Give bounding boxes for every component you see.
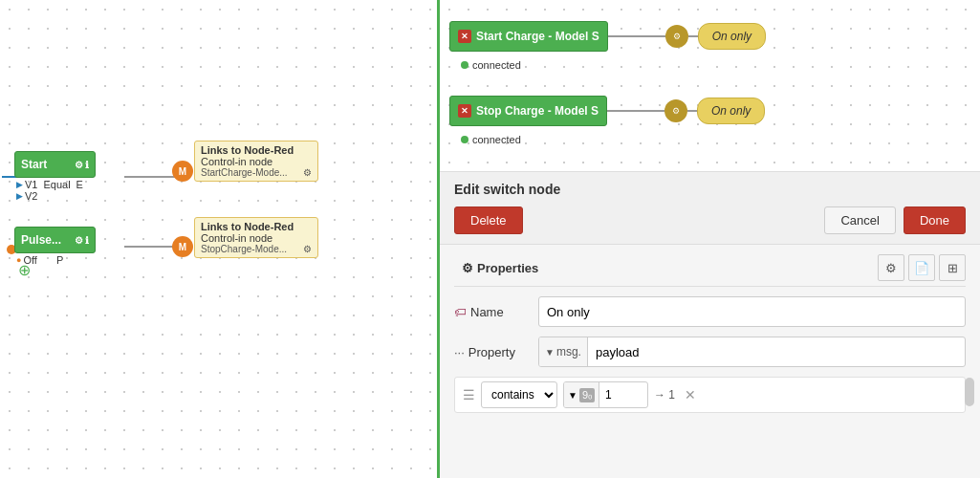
p-label: P	[56, 254, 63, 266]
rule-row-0: ☰ contains is is not matches ▼ 9₀ → 1 ✕	[454, 377, 966, 413]
right-panel: ✕ Start Charge - Model S ⚙ On only conne…	[440, 0, 980, 478]
v1-label: V1	[25, 179, 37, 190]
on-only-pill-stop[interactable]: On only	[697, 98, 765, 124]
links-stop-node[interactable]: Links to Node-Red Control-in node StopCh…	[194, 217, 318, 258]
properties-section: ⚙ Properties ⚙ 📄 ⊞ 🏷 Name ··· Property	[440, 245, 980, 428]
start-charge-label: Start Charge - Model S	[476, 30, 599, 43]
name-label: 🏷 Name	[454, 305, 531, 319]
property-prefix[interactable]: ▼ msg.	[539, 337, 588, 366]
dropdown-arrow: ▼	[545, 347, 555, 358]
x-icon-start: ✕	[458, 30, 471, 43]
rule-value-group: ▼ 9₀	[563, 381, 648, 408]
property-row: ··· Property ▼ msg.	[454, 337, 966, 367]
start-node[interactable]: Start ⚙ ℹ ▶ V1 Equal E ▶ V2	[14, 151, 96, 202]
pulse-node-label: Pulse...	[21, 233, 61, 247]
tab-gear-btn[interactable]: ⚙	[878, 254, 904, 281]
drag-handle-icon[interactable]: ☰	[463, 387, 475, 402]
done-button[interactable]: Done	[904, 206, 966, 234]
wire-3	[607, 110, 664, 112]
properties-tab[interactable]: ⚙ Properties	[454, 257, 546, 279]
edit-title: Edit switch node	[454, 182, 966, 197]
property-label: ··· Property	[454, 345, 531, 359]
properties-tab-label: Properties	[477, 261, 538, 275]
pulse-gear-icon[interactable]: ⚙	[75, 235, 83, 246]
start-charge-node[interactable]: ✕ Start Charge - Model S	[449, 21, 608, 52]
type-badge: 9₀	[579, 388, 595, 402]
connected-stop: connected	[461, 134, 521, 145]
wire-4	[687, 110, 697, 112]
add-port-icon[interactable]: ⊕	[18, 261, 31, 279]
name-label-text: Name	[470, 305, 504, 319]
tab-action-icons: ⚙ 📄 ⊞	[878, 254, 966, 281]
flow-preview: ✕ Start Charge - Model S ⚙ On only conne…	[440, 0, 980, 172]
connected-start-label: connected	[472, 59, 521, 71]
name-input[interactable]	[538, 296, 966, 327]
property-input[interactable]	[588, 341, 965, 363]
rule-type-select[interactable]: contains is is not matches	[481, 381, 557, 408]
edit-buttons: Delete Cancel Done	[454, 206, 966, 234]
cancel-button[interactable]: Cancel	[824, 206, 895, 234]
links-start-node[interactable]: Links to Node-Red Control-in node StartC…	[194, 141, 318, 182]
tab-doc-btn[interactable]: 📄	[908, 254, 935, 281]
stop-charge-label: Stop Charge - Model S	[476, 104, 599, 118]
gear-tab-icon: ⚙	[462, 261, 473, 275]
status-dot-stop	[461, 136, 468, 143]
name-row: 🏷 Name	[454, 296, 966, 327]
tab-grid-btn[interactable]: ⊞	[939, 254, 966, 281]
pulse-node[interactable]: Pulse... ⚙ ℹ ● Off P ⊕	[14, 227, 96, 266]
connector-start[interactable]: ⚙	[665, 25, 688, 48]
connected-stop-label: connected	[472, 134, 521, 145]
settings-dot[interactable]: ⚙	[303, 167, 312, 178]
e-label: E	[76, 179, 83, 190]
status-dot-start	[461, 61, 468, 69]
property-input-group: ▼ msg.	[538, 337, 966, 367]
m-connector-start[interactable]: M	[172, 161, 193, 182]
wire-2	[688, 35, 698, 37]
info-icon[interactable]: ℹ	[85, 160, 89, 170]
x-icon-stop: ✕	[458, 104, 471, 118]
scrollbar[interactable]	[964, 377, 975, 415]
rule-arrow: → 1	[654, 388, 675, 402]
stop-charge-flow-row: ✕ Stop Charge - Model S ⚙ On only	[449, 96, 765, 126]
connected-start: connected	[461, 59, 521, 71]
stop-settings-dot[interactable]: ⚙	[303, 244, 312, 254]
flow-canvas[interactable]: Start ⚙ ℹ ▶ V1 Equal E ▶ V2 M	[0, 0, 437, 478]
start-charge-flow-row: ✕ Start Charge - Model S ⚙ On only	[449, 21, 766, 52]
connector-stop-icon: ⚙	[672, 106, 680, 116]
connector-icon: ⚙	[673, 32, 681, 41]
rules-container: ☰ contains is is not matches ▼ 9₀ → 1 ✕	[454, 377, 966, 413]
edit-section: Edit switch node Delete Cancel Done	[440, 172, 980, 245]
props-tabs: ⚙ Properties ⚙ 📄 ⊞	[454, 254, 966, 287]
on-only-stop-label: On only	[711, 104, 751, 118]
flow-editor-panel: Start ⚙ ℹ ▶ V1 Equal E ▶ V2 M	[0, 0, 440, 478]
rule-value-input[interactable]	[599, 386, 647, 403]
m-connector-stop[interactable]: M	[172, 236, 193, 257]
scrollbar-thumb	[965, 378, 974, 406]
pulse-info-icon[interactable]: ℹ	[85, 235, 89, 246]
equal-label: Equal	[43, 179, 70, 190]
gear-icon[interactable]: ⚙	[75, 160, 83, 170]
start-charge-sublabel: StartCharge-Mode...	[201, 167, 288, 178]
dots-icon: ···	[454, 345, 465, 359]
rule-type-dropdown[interactable]: ▼ 9₀	[564, 382, 599, 407]
on-only-start-label: On only	[712, 30, 751, 43]
on-only-pill-start[interactable]: On only	[698, 23, 766, 50]
v2-label: V2	[25, 190, 37, 202]
rule-delete-btn[interactable]: ✕	[681, 385, 700, 404]
connector-stop[interactable]: ⚙	[664, 99, 687, 122]
tag-icon: 🏷	[454, 305, 467, 319]
stop-charge-sublabel: StopCharge-Mode...	[201, 244, 287, 254]
dropdown-icon: ▼	[568, 390, 577, 401]
wire-1	[608, 35, 665, 37]
msg-prefix: msg.	[556, 345, 581, 358]
property-label-text: Property	[468, 345, 515, 359]
stop-charge-node[interactable]: ✕ Stop Charge - Model S	[449, 96, 607, 126]
start-node-label: Start	[21, 158, 47, 171]
delete-button[interactable]: Delete	[454, 206, 523, 234]
